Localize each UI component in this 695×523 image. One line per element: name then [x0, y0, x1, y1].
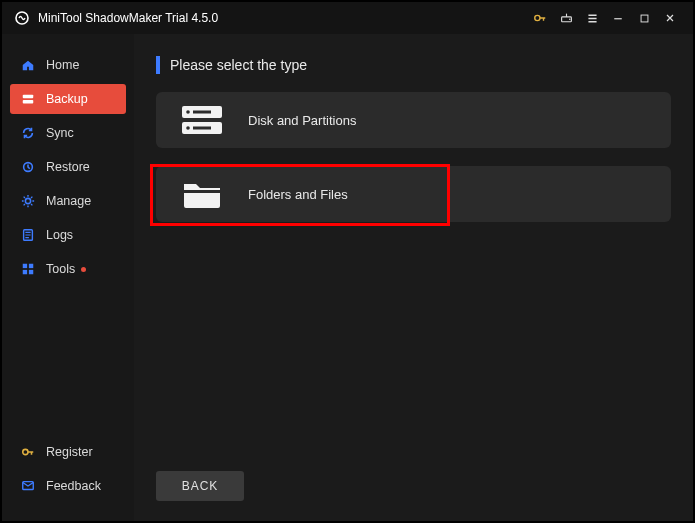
menu-icon[interactable]	[579, 5, 605, 31]
main-panel: Please select the type Disk and Partitio…	[134, 34, 693, 521]
sidebar-item-label: Home	[46, 58, 79, 72]
sidebar-item-restore[interactable]: Restore	[2, 152, 134, 182]
sidebar-item-home[interactable]: Home	[2, 50, 134, 80]
sidebar-item-feedback[interactable]: Feedback	[2, 471, 134, 501]
folder-icon	[178, 174, 226, 214]
sidebar-item-label: Tools	[46, 262, 75, 276]
logs-icon	[20, 227, 36, 243]
tools-icon	[20, 261, 36, 277]
home-icon	[20, 57, 36, 73]
sidebar-item-backup[interactable]: Backup	[10, 84, 126, 114]
svg-rect-12	[23, 270, 27, 274]
titlebar: MiniTool ShadowMaker Trial 4.5.0	[2, 2, 693, 34]
sidebar-item-label: Feedback	[46, 479, 101, 493]
key-icon[interactable]	[527, 5, 553, 31]
disk-partitions-icon	[178, 100, 226, 140]
sidebar-item-label: Backup	[46, 92, 88, 106]
sidebar-item-label: Sync	[46, 126, 74, 140]
sidebar-item-label: Restore	[46, 160, 90, 174]
heading-accent-bar	[156, 56, 160, 74]
back-button-label: BACK	[182, 479, 219, 493]
close-icon[interactable]	[657, 5, 683, 31]
svg-point-3	[569, 18, 570, 19]
backup-icon	[20, 91, 36, 107]
sidebar-item-logs[interactable]: Logs	[2, 220, 134, 250]
option-disk-and-partitions[interactable]: Disk and Partitions	[156, 92, 671, 148]
sidebar: Home Backup Sync	[2, 34, 134, 521]
svg-rect-5	[23, 95, 34, 99]
minimize-icon[interactable]	[605, 5, 631, 31]
alert-dot-icon	[81, 267, 86, 272]
heading: Please select the type	[156, 56, 671, 74]
sidebar-item-label: Logs	[46, 228, 73, 242]
option-label: Disk and Partitions	[248, 113, 356, 128]
svg-rect-21	[193, 127, 211, 130]
svg-point-14	[23, 449, 28, 454]
svg-rect-13	[29, 270, 33, 274]
feedback-icon	[20, 478, 36, 494]
register-key-icon	[20, 444, 36, 460]
svg-point-1	[535, 15, 540, 20]
sync-icon	[20, 125, 36, 141]
svg-point-20	[186, 126, 190, 130]
app-body: Home Backup Sync	[2, 34, 693, 521]
back-button[interactable]: BACK	[156, 471, 244, 501]
window-title: MiniTool ShadowMaker Trial 4.5.0	[38, 11, 218, 25]
svg-rect-6	[23, 100, 34, 104]
sidebar-item-tools[interactable]: Tools	[2, 254, 134, 284]
manage-icon	[20, 193, 36, 209]
restore-icon	[20, 159, 36, 175]
app-window: MiniTool ShadowMaker Trial 4.5.0	[0, 0, 695, 523]
svg-point-18	[186, 110, 190, 114]
sidebar-item-sync[interactable]: Sync	[2, 118, 134, 148]
disk-icon[interactable]	[553, 5, 579, 31]
sidebar-item-register[interactable]: Register	[2, 437, 134, 467]
app-logo-icon	[14, 10, 30, 26]
option-label: Folders and Files	[248, 187, 348, 202]
maximize-icon[interactable]	[631, 5, 657, 31]
sidebar-item-manage[interactable]: Manage	[2, 186, 134, 216]
heading-text: Please select the type	[170, 57, 307, 73]
svg-rect-19	[193, 111, 211, 114]
svg-rect-11	[29, 264, 33, 268]
sidebar-item-label: Manage	[46, 194, 91, 208]
sidebar-item-label: Register	[46, 445, 93, 459]
option-folders-and-files[interactable]: Folders and Files	[156, 166, 671, 222]
svg-point-8	[25, 198, 30, 203]
svg-rect-4	[641, 15, 648, 22]
svg-rect-10	[23, 264, 27, 268]
svg-rect-22	[184, 190, 220, 193]
